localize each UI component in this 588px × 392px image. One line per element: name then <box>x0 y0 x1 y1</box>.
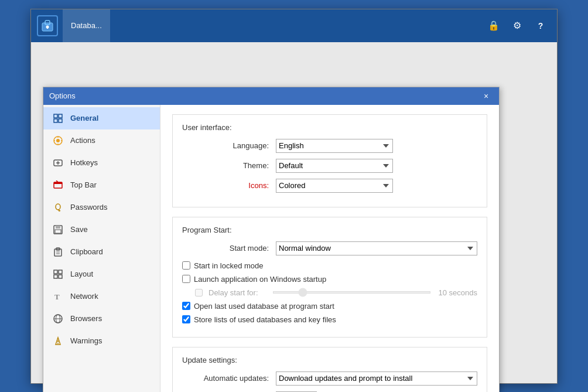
store-lists-checkbox[interactable] <box>182 315 190 323</box>
auto-updates-select[interactable]: Download updates and prompt to install C… <box>276 371 477 386</box>
auto-updates-row: Automatic updates: Download updates and … <box>182 371 477 386</box>
sidebar-item-actions-label: Actions <box>70 136 95 145</box>
sidebar-item-browsers-label: Browsers <box>70 314 102 323</box>
program-start-section: Program Start: Start mode: Normal window… <box>172 217 487 338</box>
dialog-close-button[interactable]: × <box>479 89 493 103</box>
start-mode-row: Start mode: Normal window Minimized Maxi… <box>182 241 477 255</box>
help-button[interactable]: ? <box>530 15 551 36</box>
sidebar-item-save-label: Save <box>70 225 88 234</box>
dialog-title: Options <box>49 91 479 100</box>
language-row: Language: English German French <box>182 139 477 153</box>
delay-start-row: Delay start for: 10 seconds <box>182 288 477 297</box>
topbar-icon <box>53 180 63 190</box>
sidebar-item-general-label: General <box>70 114 98 122</box>
language-label: Language: <box>182 141 276 150</box>
sidebar-item-actions[interactable]: Actions <box>43 129 160 152</box>
sidebar-item-warnings-label: Warnings <box>70 336 102 345</box>
delay-start-value: 10 seconds <box>436 288 477 297</box>
launch-startup-label[interactable]: Launch application on Windows startup <box>194 275 326 284</box>
start-mode-label: Start mode: <box>182 244 276 253</box>
passwords-icon <box>53 202 63 213</box>
lock-button[interactable]: 🔒 <box>483 15 504 36</box>
svg-rect-3 <box>47 27 48 29</box>
actions-icon <box>53 135 63 146</box>
svg-rect-5 <box>59 114 62 118</box>
warnings-icon <box>53 336 63 346</box>
save-icon <box>53 224 63 235</box>
svg-rect-33 <box>59 275 62 278</box>
svg-rect-4 <box>54 114 57 118</box>
ui-section-title: User interface: <box>182 123 477 132</box>
sidebar-item-topbar-label: Top Bar <box>70 180 97 189</box>
network-icon: T <box>53 291 63 302</box>
sidebar-item-save[interactable]: Save <box>43 219 160 241</box>
locked-mode-row: Start in locked mode <box>182 261 477 270</box>
svg-rect-6 <box>54 119 57 122</box>
ui-section: User interface: Language: English German… <box>172 114 487 207</box>
store-lists-row: Store lists of used databases and key fi… <box>182 315 477 324</box>
language-select[interactable]: English German French <box>276 139 393 153</box>
svg-text:T: T <box>54 292 60 301</box>
update-section-title: Update settings: <box>182 356 477 364</box>
update-section: Update settings: Automatic updates: Down… <box>172 347 487 393</box>
app-logo <box>37 15 58 36</box>
sidebar-item-warnings[interactable]: Warnings <box>43 330 160 352</box>
icons-label: Icons: <box>182 181 276 190</box>
sidebar-item-passwords[interactable]: Passwords <box>43 196 160 219</box>
sidebar-item-hotkeys-label: Hotkeys <box>70 158 98 167</box>
layout-icon <box>53 269 63 279</box>
auto-updates-label: Automatic updates: <box>182 374 276 383</box>
store-lists-label[interactable]: Store lists of used databases and key fi… <box>194 315 336 324</box>
svg-rect-30 <box>54 270 57 274</box>
svg-point-39 <box>57 343 59 344</box>
locked-mode-checkbox[interactable] <box>182 261 190 270</box>
general-icon <box>53 113 63 124</box>
hotkeys-icon <box>53 158 63 168</box>
sidebar-item-general[interactable]: General <box>43 107 160 129</box>
sidebar-item-network[interactable]: T Network <box>43 285 160 308</box>
theme-label: Theme: <box>182 161 276 170</box>
sidebar-item-network-label: Network <box>70 292 98 301</box>
program-start-title: Program Start: <box>182 226 477 234</box>
svg-rect-32 <box>54 275 57 278</box>
icons-row: Icons: Colored Classic Monochrome <box>182 179 477 193</box>
launch-startup-checkbox[interactable] <box>182 275 190 283</box>
settings-button[interactable]: ⚙ <box>507 15 528 36</box>
svg-rect-24 <box>56 226 60 229</box>
svg-rect-31 <box>59 270 62 274</box>
svg-rect-7 <box>59 119 62 122</box>
icons-select[interactable]: Colored Classic Monochrome <box>276 179 393 193</box>
sidebar-item-hotkeys[interactable]: Hotkeys <box>43 152 160 174</box>
sidebar-item-layout-label: Layout <box>70 270 93 278</box>
locked-mode-label[interactable]: Start in locked mode <box>194 261 264 270</box>
main-content: User interface: Language: English German… <box>160 105 499 393</box>
theme-row: Theme: Default Classic Dark <box>182 159 477 173</box>
start-mode-select[interactable]: Normal window Minimized Maximized <box>276 241 477 255</box>
sidebar-item-browsers[interactable]: Browsers <box>43 308 160 330</box>
open-last-db-checkbox[interactable] <box>182 302 190 310</box>
sidebar-item-passwords-label: Passwords <box>70 203 108 212</box>
clipboard-icon <box>53 247 63 257</box>
svg-point-20 <box>56 204 60 210</box>
delay-start-slider <box>273 291 430 294</box>
sidebar: General <box>43 105 160 393</box>
open-last-db-row: Open last used database at program start <box>182 302 477 311</box>
launch-startup-row: Launch application on Windows startup <box>182 275 477 284</box>
svg-rect-18 <box>54 182 62 184</box>
menu-item-database[interactable]: Databa... <box>63 9 110 42</box>
sidebar-item-clipboard[interactable]: Clipboard <box>43 241 160 263</box>
sidebar-item-clipboard-label: Clipboard <box>70 247 103 256</box>
theme-select[interactable]: Default Classic Dark <box>276 159 393 173</box>
open-last-db-label[interactable]: Open last used database at program start <box>194 302 334 311</box>
svg-point-9 <box>56 139 60 142</box>
delay-start-label: Delay start for: <box>208 288 267 297</box>
sidebar-item-topbar[interactable]: Top Bar <box>43 174 160 196</box>
browsers-icon <box>53 313 63 324</box>
svg-rect-25 <box>55 230 61 233</box>
delay-start-checkbox <box>195 289 203 296</box>
sidebar-item-layout[interactable]: Layout <box>43 263 160 285</box>
